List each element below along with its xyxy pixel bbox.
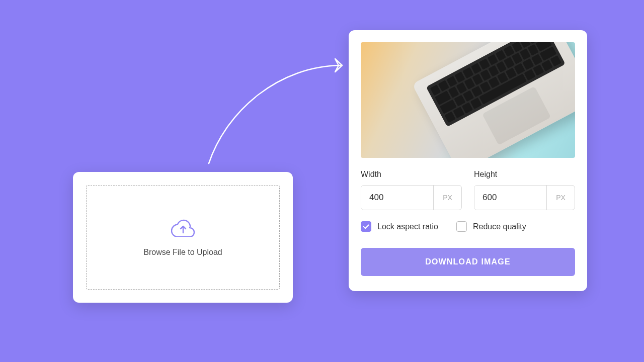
dimensions-section: Width PX Height PX [361,170,575,210]
upload-prompt: Browse File to Upload [143,248,222,257]
width-group: Width PX [361,170,462,210]
reduce-quality-option[interactable]: Reduce quality [456,221,526,232]
options-section: Lock aspect ratio Reduce quality [361,221,575,232]
height-unit: PX [546,186,575,210]
height-group: Height PX [474,170,575,210]
lock-aspect-label: Lock aspect ratio [377,222,438,231]
preview-content [384,42,575,158]
height-input-wrap: PX [474,185,575,210]
download-button[interactable]: DOWNLOAD IMAGE [361,248,575,276]
reduce-quality-checkbox[interactable] [456,221,467,232]
cloud-upload-icon [171,218,195,239]
width-unit: PX [433,186,461,210]
width-input-wrap: PX [361,185,462,210]
upload-dropzone[interactable]: Browse File to Upload [86,185,280,290]
arrow-decoration [191,50,362,171]
lock-aspect-option[interactable]: Lock aspect ratio [361,221,438,232]
editor-card: Width PX Height PX Lock aspect ratio Red… [349,30,587,291]
width-input[interactable] [361,186,433,210]
height-input[interactable] [474,186,546,210]
lock-aspect-checkbox[interactable] [361,221,371,232]
width-label: Width [361,170,462,179]
height-label: Height [474,170,575,179]
upload-card: Browse File to Upload [73,172,293,303]
reduce-quality-label: Reduce quality [473,222,526,231]
image-preview [361,42,575,158]
